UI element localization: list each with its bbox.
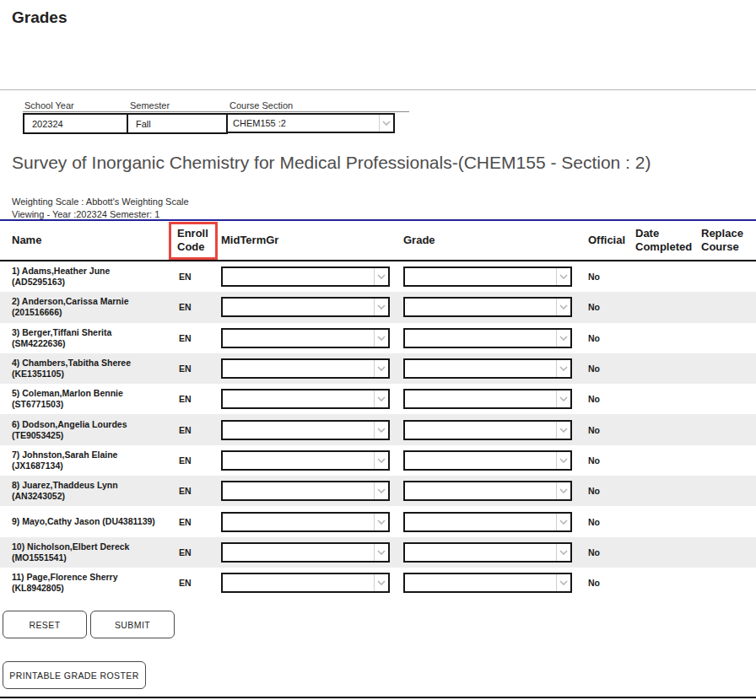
official-value: No [588, 455, 635, 466]
chevron-down-icon [374, 574, 388, 591]
student-name: 8) Juarez,Thaddeus Lynn (AN3243052) [0, 480, 169, 502]
grade-select[interactable] [403, 420, 572, 440]
grade-select[interactable] [403, 512, 572, 532]
school-year-label: School Year [23, 100, 128, 112]
enroll-code-value: EN [169, 272, 221, 282]
bottom-divider [0, 697, 756, 698]
column-header-official: Official [588, 234, 635, 247]
official-value: No [588, 394, 635, 404]
grade-select[interactable] [403, 328, 572, 348]
midtermgr-select[interactable] [221, 512, 390, 532]
grade-select[interactable] [403, 389, 572, 409]
student-name: 2) Anderson,Carissa Marnie (201516666) [0, 296, 169, 318]
midtermgr-select[interactable] [221, 358, 390, 379]
chevron-down-icon [556, 422, 570, 439]
student-name: 5) Coleman,Marlon Bennie (ST6771503) [0, 388, 169, 410]
student-name: 3) Berger,Tiffani Sherita (SM4222636) [0, 327, 169, 349]
table-row: 8) Juarez,Thaddeus Lynn (AN3243052) EN N… [0, 476, 756, 506]
student-name: 6) Dodson,Angelia Lourdes (TE9053425) [0, 419, 169, 441]
chevron-down-icon [556, 574, 570, 591]
midtermgr-select[interactable] [221, 450, 390, 471]
printable-grade-roster-button[interactable]: PRINTABLE GRADE ROSTER [3, 661, 146, 689]
table-row: 11) Page,Florence Sherry (KL8942805) EN … [0, 568, 756, 598]
enroll-code-value: EN [169, 302, 221, 312]
chevron-down-icon [556, 268, 570, 285]
official-value: No [588, 333, 635, 343]
chevron-down-icon [374, 390, 388, 407]
grade-select[interactable] [403, 450, 572, 471]
school-year-field[interactable]: 202324 [23, 113, 128, 134]
enroll-code-value: EN [169, 517, 221, 527]
grade-select[interactable] [403, 573, 572, 593]
chevron-down-icon [556, 299, 570, 315]
table-row: 6) Dodson,Angelia Lourdes (TE9053425) EN… [0, 414, 756, 444]
midtermgr-select[interactable] [221, 328, 390, 348]
column-header-date-completed: Date Completed [635, 227, 696, 254]
midtermgr-select[interactable] [221, 297, 390, 317]
chevron-down-icon [374, 422, 388, 439]
roster-body: 1) Adams,Heather June (AD5295163) EN No … [0, 261, 756, 598]
chevron-down-icon [374, 452, 388, 469]
student-name: 1) Adams,Heather June (AD5295163) [0, 266, 169, 288]
chevron-down-icon [374, 544, 388, 561]
enroll-code-highlight-box: Enroll Code [169, 222, 218, 260]
course-section-select[interactable]: CHEM155 :2 [226, 113, 395, 133]
official-value: No [588, 302, 635, 312]
official-value: No [588, 486, 635, 496]
chevron-down-icon [374, 299, 388, 315]
chevron-down-icon [556, 330, 570, 347]
enroll-code-value: EN [169, 547, 221, 557]
column-header-enroll-code: Enroll Code [169, 222, 221, 260]
page-title: Grades [12, 8, 67, 27]
chevron-down-icon [374, 514, 388, 530]
official-value: No [588, 363, 635, 374]
column-header-name: Name [0, 234, 169, 247]
table-row: 9) Mayo,Cathy Jason (DU4381139) EN No [0, 506, 756, 536]
grade-select[interactable] [403, 267, 572, 287]
chevron-down-icon [556, 482, 570, 499]
midtermgr-select[interactable] [221, 267, 390, 287]
chevron-down-icon [374, 360, 388, 377]
midtermgr-select[interactable] [221, 573, 390, 593]
semester-field[interactable]: Fall [127, 113, 228, 134]
table-row: 5) Coleman,Marlon Bennie (ST6771503) EN … [0, 384, 756, 414]
column-header-grade: Grade [403, 234, 588, 247]
grade-select[interactable] [403, 297, 572, 317]
table-row: 2) Anderson,Carissa Marnie (201516666) E… [0, 292, 756, 322]
filter-bar: School Year 202324 Semester Fall Course … [23, 100, 409, 134]
table-row: 4) Chambers,Tabitha Sheree (KE1351105) E… [0, 353, 756, 384]
semester-label: Semester [128, 100, 228, 112]
top-divider [0, 89, 756, 90]
grade-select[interactable] [403, 358, 572, 379]
student-name: 10) Nicholson,Elbert Dereck (MO1551541) [0, 541, 169, 563]
submit-button[interactable]: SUBMIT [90, 611, 175, 638]
grade-select[interactable] [403, 542, 572, 563]
student-name: 9) Mayo,Cathy Jason (DU4381139) [0, 516, 169, 527]
official-value: No [588, 425, 635, 435]
midtermgr-select[interactable] [221, 420, 390, 440]
table-row: 10) Nicholson,Elbert Dereck (MO1551541) … [0, 537, 756, 568]
chevron-down-icon [556, 360, 570, 377]
official-value: No [588, 547, 635, 557]
roster-header-row: Name Enroll Code MidTermGr Grade Officia… [0, 219, 756, 261]
column-header-midtermgr: MidTermGr [221, 234, 403, 247]
student-name: 4) Chambers,Tabitha Sheree (KE1351105) [0, 358, 169, 380]
school-year-column: School Year 202324 [23, 100, 128, 134]
official-value: No [588, 578, 635, 588]
table-row: 3) Berger,Tiffani Sherita (SM4222636) EN… [0, 323, 756, 353]
course-section-label: Course Section [228, 100, 409, 112]
midtermgr-select[interactable] [221, 481, 390, 501]
official-value: No [588, 272, 635, 282]
chevron-down-icon [374, 330, 388, 347]
chevron-down-icon [374, 482, 388, 499]
midtermgr-select[interactable] [221, 389, 390, 409]
midtermgr-select[interactable] [221, 542, 390, 563]
enroll-code-value: EN [169, 363, 221, 374]
official-value: No [588, 517, 635, 527]
chevron-down-icon [379, 115, 393, 132]
column-header-replace-course: Replace Course [701, 227, 756, 254]
grade-select[interactable] [403, 481, 572, 501]
reset-button[interactable]: RESET [3, 611, 87, 638]
enroll-code-value: EN [169, 486, 221, 496]
chevron-down-icon [556, 514, 570, 530]
